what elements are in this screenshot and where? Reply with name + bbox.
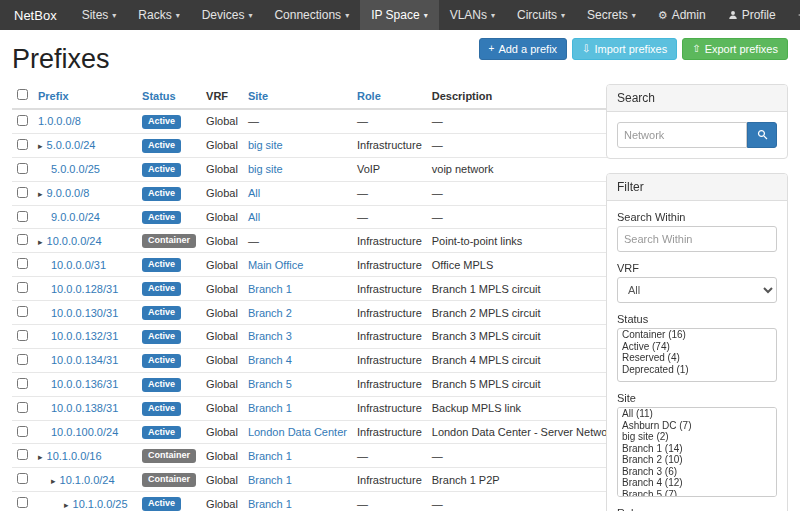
- nav-item-ip-space[interactable]: IP Space▾: [360, 0, 439, 30]
- row-checkbox[interactable]: [17, 449, 28, 460]
- search-button[interactable]: [747, 122, 777, 148]
- nav-item-connections[interactable]: Connections▾: [263, 0, 360, 30]
- site-link[interactable]: Branch 1: [248, 283, 292, 295]
- row-checkbox[interactable]: [17, 163, 28, 174]
- nav-item-devices[interactable]: Devices▾: [191, 0, 264, 30]
- vrf-cell: Global: [201, 420, 243, 444]
- app-brand[interactable]: NetBox: [0, 0, 71, 30]
- site-link[interactable]: All: [248, 211, 260, 223]
- site-link[interactable]: Main Office: [248, 259, 303, 271]
- import-prefixes-button[interactable]: ⇩ Import prefixes: [572, 38, 677, 60]
- expand-arrow-icon[interactable]: ▸: [38, 189, 43, 199]
- row-checkbox[interactable]: [17, 473, 28, 484]
- row-checkbox[interactable]: [17, 211, 28, 222]
- row-checkbox[interactable]: [17, 234, 28, 245]
- nav-item-admin[interactable]: ⚙ Admin: [647, 0, 717, 30]
- sort-role-link[interactable]: Role: [357, 90, 381, 102]
- row-checkbox[interactable]: [17, 378, 28, 389]
- expand-arrow-icon[interactable]: ▸: [64, 500, 69, 510]
- vrf-cell: Global: [201, 277, 243, 301]
- site-link[interactable]: Branch 5: [248, 378, 292, 390]
- site-link[interactable]: Branch 1: [248, 402, 292, 414]
- prefix-link[interactable]: 10.0.100.0/24: [51, 426, 118, 438]
- row-checkbox[interactable]: [17, 282, 28, 293]
- prefix-link[interactable]: 10.1.0.0/24: [60, 474, 115, 486]
- site-link[interactable]: big site: [248, 163, 283, 175]
- nav-item-circuits[interactable]: Circuits▾: [506, 0, 576, 30]
- filter-option[interactable]: Reserved (4): [618, 352, 776, 364]
- row-checkbox[interactable]: [17, 187, 28, 198]
- site-listbox[interactable]: All (11)Ashburn DC (7)big site (2)Branch…: [617, 407, 777, 497]
- prefix-link[interactable]: 10.1.0.0/16: [47, 450, 102, 462]
- row-checkbox[interactable]: [17, 402, 28, 413]
- prefix-link[interactable]: 9.0.0.0/8: [47, 187, 90, 199]
- select-all-checkbox[interactable]: [17, 89, 28, 100]
- site-link[interactable]: Branch 2: [248, 307, 292, 319]
- role-cell: VoIP: [352, 157, 427, 181]
- vrf-select[interactable]: All: [617, 277, 777, 303]
- filter-option[interactable]: Branch 1 (14): [618, 443, 776, 455]
- expand-arrow-icon[interactable]: ▸: [38, 141, 43, 151]
- description-cell: —: [427, 492, 622, 511]
- filter-option[interactable]: Container (16): [618, 329, 776, 341]
- site-link[interactable]: London Data Center: [248, 426, 347, 438]
- prefix-link[interactable]: 9.0.0.0/24: [51, 211, 100, 223]
- nav-item-profile[interactable]: Profile: [717, 0, 787, 30]
- site-link[interactable]: big site: [248, 139, 283, 151]
- add-prefix-button[interactable]: + Add a prefix: [479, 38, 568, 60]
- chevron-down-icon: ▾: [176, 11, 180, 20]
- row-checkbox[interactable]: [17, 497, 28, 508]
- expand-arrow-icon[interactable]: ▸: [38, 237, 43, 247]
- prefix-link[interactable]: 10.0.0.138/31: [51, 402, 118, 414]
- prefix-link[interactable]: 10.0.0.130/31: [51, 307, 118, 319]
- row-checkbox[interactable]: [17, 139, 28, 150]
- filter-option[interactable]: big site (2): [618, 431, 776, 443]
- sort-status-link[interactable]: Status: [142, 90, 176, 102]
- filter-option[interactable]: All (11): [618, 408, 776, 420]
- filter-option[interactable]: Active (74): [618, 341, 776, 353]
- row-checkbox[interactable]: [17, 306, 28, 317]
- search-input[interactable]: [617, 122, 747, 148]
- filter-option[interactable]: Branch 5 (7): [618, 489, 776, 498]
- site-link[interactable]: All: [248, 187, 260, 199]
- prefix-link[interactable]: 10.1.0.0/25: [73, 498, 128, 510]
- site-link[interactable]: Branch 4: [248, 354, 292, 366]
- filter-option[interactable]: Ashburn DC (7): [618, 420, 776, 432]
- row-checkbox[interactable]: [17, 258, 28, 269]
- search-within-input[interactable]: [617, 226, 777, 252]
- expand-arrow-icon[interactable]: ▸: [51, 476, 56, 486]
- nav-item-sites[interactable]: Sites▾: [71, 0, 128, 30]
- expand-arrow-icon[interactable]: ▸: [38, 452, 43, 462]
- filter-option[interactable]: Branch 3 (6): [618, 466, 776, 478]
- sort-prefix-link[interactable]: Prefix: [38, 90, 69, 102]
- prefix-link[interactable]: 10.0.0.132/31: [51, 330, 118, 342]
- status-listbox[interactable]: Container (16)Active (74)Reserved (4)Dep…: [617, 328, 777, 382]
- filter-option[interactable]: Branch 2 (10): [618, 454, 776, 466]
- row-checkbox[interactable]: [17, 354, 28, 365]
- prefix-link[interactable]: 10.0.0.136/31: [51, 378, 118, 390]
- prefix-link[interactable]: 10.0.0.128/31: [51, 283, 118, 295]
- filter-option[interactable]: Branch 4 (12): [618, 477, 776, 489]
- prefix-link[interactable]: 5.0.0.0/24: [47, 139, 96, 151]
- row-checkbox[interactable]: [17, 426, 28, 437]
- search-icon: [757, 128, 768, 143]
- table-row: ▸10.1.0.0/16ContainerGlobalBranch 1——: [12, 444, 621, 468]
- sort-site-link[interactable]: Site: [248, 90, 268, 102]
- site-link[interactable]: Branch 1: [248, 450, 292, 462]
- row-checkbox[interactable]: [17, 330, 28, 341]
- prefix-link[interactable]: 5.0.0.0/25: [51, 163, 100, 175]
- nav-item-racks[interactable]: Racks▾: [127, 0, 190, 30]
- prefix-link[interactable]: 1.0.0.0/8: [38, 115, 81, 127]
- prefix-link[interactable]: 10.0.0.0/31: [51, 259, 106, 271]
- site-link[interactable]: Branch 3: [248, 330, 292, 342]
- nav-item-logout[interactable]: Log out: [787, 0, 800, 30]
- prefix-link[interactable]: 10.0.0.0/24: [47, 235, 102, 247]
- prefix-link[interactable]: 10.0.0.134/31: [51, 354, 118, 366]
- nav-item-vlans[interactable]: VLANs▾: [439, 0, 506, 30]
- site-link[interactable]: Branch 1: [248, 498, 292, 510]
- nav-item-secrets[interactable]: Secrets▾: [576, 0, 647, 30]
- row-checkbox[interactable]: [17, 115, 28, 126]
- site-link[interactable]: Branch 1: [248, 474, 292, 486]
- export-prefixes-button[interactable]: ⇧ Export prefixes: [682, 38, 788, 60]
- filter-option[interactable]: Deprecated (1): [618, 364, 776, 376]
